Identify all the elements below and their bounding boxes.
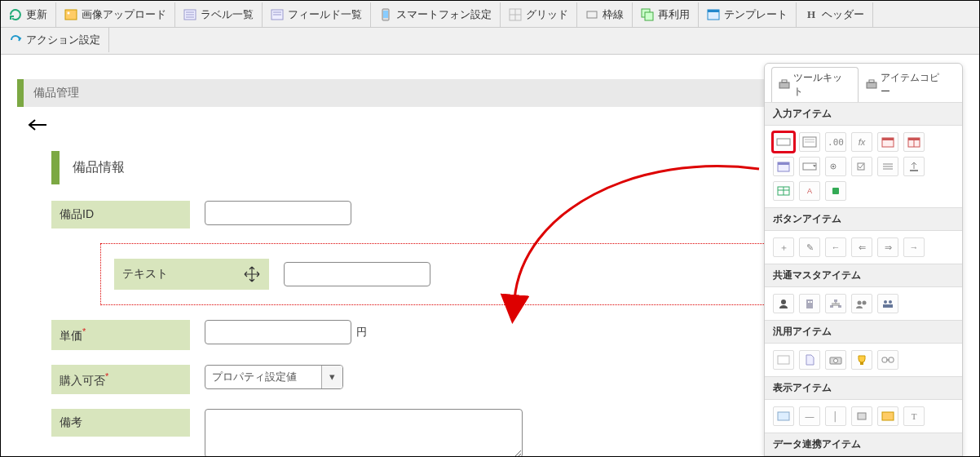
tool-user-icon[interactable] <box>773 294 794 313</box>
tool-panel-icon[interactable] <box>773 406 794 426</box>
action-icon <box>9 33 22 47</box>
tool-calendar2-icon[interactable] <box>773 157 794 176</box>
input-id[interactable] <box>205 201 351 225</box>
move-icon[interactable] <box>243 265 261 283</box>
svg-rect-44 <box>910 170 918 171</box>
svg-rect-64 <box>778 356 789 364</box>
tool-btn-plus-icon[interactable]: ＋ <box>773 237 794 257</box>
tool-file-icon[interactable] <box>799 350 820 370</box>
tb-action[interactable]: アクション設定 <box>1 28 109 52</box>
svg-rect-63 <box>883 304 893 308</box>
tool-richtext-icon[interactable]: A <box>799 181 820 201</box>
tool-org-icon[interactable] <box>799 294 820 313</box>
tool-stamp-icon[interactable] <box>825 181 846 201</box>
svg-point-59 <box>858 301 862 305</box>
tb-header[interactable]: H ヘッダー <box>797 2 873 27</box>
tb-label-list[interactable]: ラベル一覧 <box>175 2 263 27</box>
svg-rect-36 <box>778 162 789 165</box>
tool-btn-next-icon[interactable]: ⇒ <box>877 237 898 257</box>
tool-date-icon[interactable] <box>877 132 898 152</box>
tool-text-icon[interactable] <box>773 132 794 152</box>
tool-table-icon[interactable] <box>773 181 794 201</box>
phone-icon <box>379 8 392 21</box>
field-list-icon <box>271 8 284 21</box>
tb-template[interactable]: テンプレート <box>699 2 797 27</box>
textarea-remarks[interactable] <box>205 409 523 457</box>
tool-checkbox-icon[interactable] <box>851 157 872 176</box>
tb-border[interactable]: 枠線 <box>577 2 633 27</box>
tool-upload-icon[interactable] <box>903 157 925 176</box>
tool-textarea-icon[interactable] <box>799 132 820 152</box>
svg-rect-10 <box>383 11 388 18</box>
tool-hr-icon[interactable]: — <box>799 406 820 426</box>
svg-rect-67 <box>860 362 863 365</box>
input-text[interactable] <box>284 262 430 286</box>
button-items-grid: ＋ ✎ ← ⇐ ⇒ → <box>765 231 962 264</box>
tool-camera-icon[interactable] <box>825 350 846 370</box>
tb-smartphone[interactable]: スマートフォン設定 <box>371 2 501 27</box>
label-text-text: テキスト <box>122 267 168 282</box>
reuse-icon <box>641 8 654 21</box>
tb-image-upload[interactable]: 画像アップロード <box>56 2 175 27</box>
label-text: テキスト <box>114 259 269 290</box>
svg-point-1 <box>68 12 70 15</box>
svg-rect-24 <box>867 82 876 88</box>
tb-reuse[interactable]: 再利用 <box>633 2 699 27</box>
back-arrow[interactable] <box>17 113 58 143</box>
chevron-down-icon[interactable]: ▾ <box>321 366 342 388</box>
section-general-title: 汎用アイテム <box>765 320 962 344</box>
tb-update-label: 更新 <box>26 7 47 22</box>
tb-header-label: ヘッダー <box>822 7 864 22</box>
svg-point-62 <box>889 300 892 304</box>
tool-image2-icon[interactable] <box>877 406 898 426</box>
tool-vr-icon[interactable]: │ <box>825 406 846 426</box>
tab-itemcopy[interactable]: アイテムコピー <box>859 67 956 102</box>
tab-toolkit[interactable]: ツールキット <box>771 67 859 102</box>
section-data-title: データ連携アイテム <box>765 433 962 456</box>
select-purchasable[interactable]: プロパティ設定値 ▾ <box>205 365 343 389</box>
tool-fx-icon[interactable]: fx <box>851 132 872 152</box>
svg-rect-16 <box>645 12 653 20</box>
tool-people-icon[interactable] <box>877 294 898 313</box>
template-icon <box>707 8 720 21</box>
svg-rect-26 <box>777 139 790 145</box>
main-toolbar: 更新 画像アップロード ラベル一覧 フィールド一覧 スマートフォン設定 グリッド <box>1 1 979 55</box>
tb-update[interactable]: 更新 <box>1 2 56 27</box>
tool-radio-icon[interactable] <box>825 157 846 176</box>
svg-rect-22 <box>779 82 789 88</box>
svg-rect-18 <box>708 10 719 12</box>
grid-icon <box>509 8 522 21</box>
tb-field-list[interactable]: フィールド一覧 <box>263 2 371 27</box>
tool-box-icon[interactable] <box>851 406 872 426</box>
svg-point-39 <box>832 166 835 168</box>
tool-daterange-icon[interactable] <box>903 132 925 152</box>
tool-orgchart-icon[interactable] <box>825 294 846 313</box>
tool-select-icon[interactable] <box>799 157 820 176</box>
tool-btn-prev-icon[interactable]: ⇐ <box>851 237 872 257</box>
refresh-icon <box>9 8 22 21</box>
tool-btn-forward-icon[interactable]: → <box>903 237 925 257</box>
svg-point-61 <box>884 300 887 304</box>
itemcopy-icon <box>866 79 877 91</box>
tb-image-upload-label: 画像アップロード <box>82 7 166 22</box>
svg-rect-31 <box>882 138 894 140</box>
tool-label-T-icon[interactable]: T <box>903 406 925 426</box>
header-icon: H <box>805 8 818 21</box>
tool-btn-back-icon[interactable]: ← <box>825 237 846 257</box>
section-display-title: 表示アイテム <box>765 376 962 400</box>
tb-action-label: アクション設定 <box>26 33 100 47</box>
tool-number-icon[interactable]: .00 <box>825 132 846 152</box>
tool-calendar3-icon[interactable] <box>773 350 794 370</box>
price-unit: 円 <box>356 325 367 339</box>
tb-grid[interactable]: グリッド <box>501 2 577 27</box>
input-price[interactable] <box>205 320 351 344</box>
tool-group-icon[interactable] <box>851 294 872 313</box>
input-items-grid: .00 fx A <box>765 126 962 207</box>
tool-list-icon[interactable] <box>877 157 898 176</box>
section-button-title: ボタンアイテム <box>765 207 962 231</box>
tb-grid-label: グリッド <box>526 7 568 22</box>
general-items-grid <box>765 344 962 376</box>
tool-trophy-icon[interactable] <box>851 350 872 370</box>
tool-link-icon[interactable] <box>877 350 898 370</box>
tool-btn-edit-icon[interactable]: ✎ <box>799 237 820 257</box>
